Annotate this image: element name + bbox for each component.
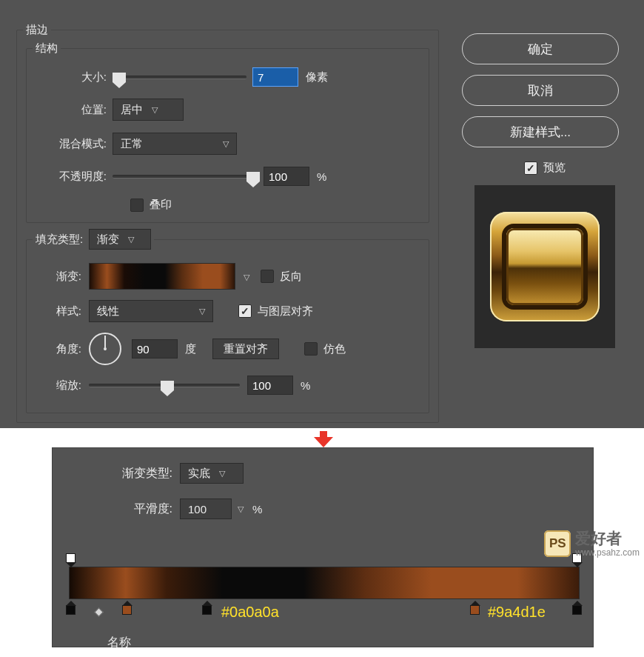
- reverse-label: 反向: [280, 270, 302, 284]
- preview-label: 预览: [543, 161, 566, 175]
- ok-button[interactable]: 确定: [462, 33, 619, 64]
- hex-label-1: #0a0a0a: [221, 604, 279, 621]
- name-label: 名称: [107, 635, 131, 650]
- dither-checkbox[interactable]: [304, 342, 318, 356]
- chevron-down-icon: ▽: [152, 105, 158, 115]
- style-preview: [474, 185, 615, 348]
- stroke-title: 描边: [23, 23, 51, 37]
- watermark-logo: PS: [544, 530, 571, 557]
- position-dropdown[interactable]: 居中 ▽: [113, 99, 184, 121]
- gradient-bar[interactable]: [69, 567, 580, 599]
- gradient-type-dropdown[interactable]: 实底 ▽: [180, 463, 244, 484]
- chevron-down-icon: ▽: [199, 307, 205, 316]
- watermark-text: 爱好者: [575, 530, 640, 546]
- angle-dial[interactable]: [89, 333, 121, 365]
- fill-type-label: 填充类型:: [36, 233, 83, 247]
- scale-slider[interactable]: [89, 384, 240, 387]
- structure-title: 结构: [33, 41, 61, 56]
- style-label: 样式:: [40, 304, 81, 319]
- angle-input[interactable]: [132, 339, 178, 358]
- preview-checkbox[interactable]: [524, 161, 537, 175]
- scale-unit: %: [301, 379, 310, 392]
- chevron-down-icon: ▽: [219, 469, 225, 478]
- color-stop-3[interactable]: [201, 601, 213, 615]
- opacity-slider-knob[interactable]: [246, 172, 260, 181]
- opacity-stop-left[interactable]: [64, 553, 77, 566]
- style-value: 线性: [97, 304, 119, 319]
- dither-label: 仿色: [323, 342, 346, 356]
- gradient-preview[interactable]: ▽: [89, 263, 235, 290]
- align-label: 与图层对齐: [258, 304, 313, 319]
- reset-align-button[interactable]: 重置对齐: [212, 338, 279, 359]
- reverse-checkbox[interactable]: [261, 270, 274, 283]
- cancel-button[interactable]: 取消: [462, 75, 619, 106]
- stroke-group: 描边 结构 大小: 像素 位置: 居中 ▽: [16, 23, 439, 423]
- structure-group: 结构 大小: 像素 位置: 居中 ▽ 混: [26, 41, 429, 223]
- midpoint-diamond[interactable]: [94, 607, 104, 617]
- angle-label: 角度:: [40, 342, 81, 356]
- chevron-down-icon[interactable]: ▽: [238, 504, 244, 514]
- fill-type-dropdown[interactable]: 渐变 ▽: [89, 229, 151, 250]
- color-stop-5[interactable]: [571, 601, 583, 615]
- gradient-style-dropdown[interactable]: 线性 ▽: [89, 300, 213, 322]
- blend-mode-dropdown[interactable]: 正常 ▽: [113, 133, 237, 155]
- overprint-label: 叠印: [150, 198, 172, 212]
- dialog-buttons: 确定 取消 新建样式... 预览: [462, 33, 628, 348]
- gradient-type-label: 渐变类型:: [104, 466, 172, 481]
- gradient-editor-panel: 渐变类型: 实底 ▽ 平滑度: 100 ▽ % #0a0a0a #9a4d1e …: [52, 447, 594, 647]
- position-value: 居中: [121, 103, 143, 117]
- smoothness-value: 100: [188, 503, 207, 516]
- color-stop-4[interactable]: [469, 601, 481, 615]
- chevron-down-icon: ▽: [128, 235, 134, 244]
- gradient-type-value: 实底: [188, 467, 210, 481]
- layer-style-dialog: 描边 结构 大小: 像素 位置: 居中 ▽: [0, 0, 644, 428]
- angle-unit: 度: [185, 342, 196, 356]
- fill-type-value: 渐变: [97, 233, 119, 247]
- scale-slider-knob[interactable]: [161, 381, 174, 390]
- opacity-slider[interactable]: [113, 175, 256, 179]
- opacity-input[interactable]: [264, 167, 309, 186]
- size-label: 大小:: [27, 70, 107, 84]
- blend-mode-value: 正常: [121, 137, 143, 151]
- align-checkbox[interactable]: [238, 304, 252, 318]
- size-unit: 像素: [306, 70, 328, 84]
- color-stop-1[interactable]: [64, 601, 77, 615]
- position-label: 位置:: [27, 103, 107, 117]
- smoothness-input[interactable]: 100: [180, 498, 232, 519]
- size-slider-knob[interactable]: [113, 73, 126, 82]
- opacity-label: 不透明度:: [27, 170, 107, 184]
- scale-label: 缩放:: [40, 378, 81, 393]
- chevron-down-icon: ▽: [223, 139, 229, 149]
- smoothness-label: 平滑度:: [104, 501, 172, 517]
- opacity-unit: %: [317, 170, 326, 183]
- scale-input[interactable]: [247, 376, 293, 395]
- blend-mode-label: 混合模式:: [27, 137, 107, 151]
- watermark-url: www.psahz.com: [575, 548, 640, 557]
- hex-label-2: #9a4d1e: [488, 604, 546, 621]
- gradient-label: 渐变:: [40, 270, 81, 284]
- chevron-down-icon[interactable]: ▽: [244, 273, 249, 282]
- size-slider[interactable]: [113, 76, 246, 79]
- smoothness-unit: %: [252, 503, 262, 516]
- size-input[interactable]: [252, 67, 298, 87]
- new-style-button[interactable]: 新建样式...: [462, 116, 619, 147]
- arrow-down-icon: [314, 431, 333, 446]
- watermark: PS 爱好者 www.psahz.com: [544, 530, 640, 557]
- fill-type-legend: 填充类型: 渐变 ▽: [33, 229, 154, 250]
- fill-type-group: 填充类型: 渐变 ▽ 渐变: ▽ 反向 样式:: [26, 229, 429, 413]
- overprint-checkbox[interactable]: [130, 199, 144, 212]
- color-stop-2[interactable]: [121, 601, 133, 615]
